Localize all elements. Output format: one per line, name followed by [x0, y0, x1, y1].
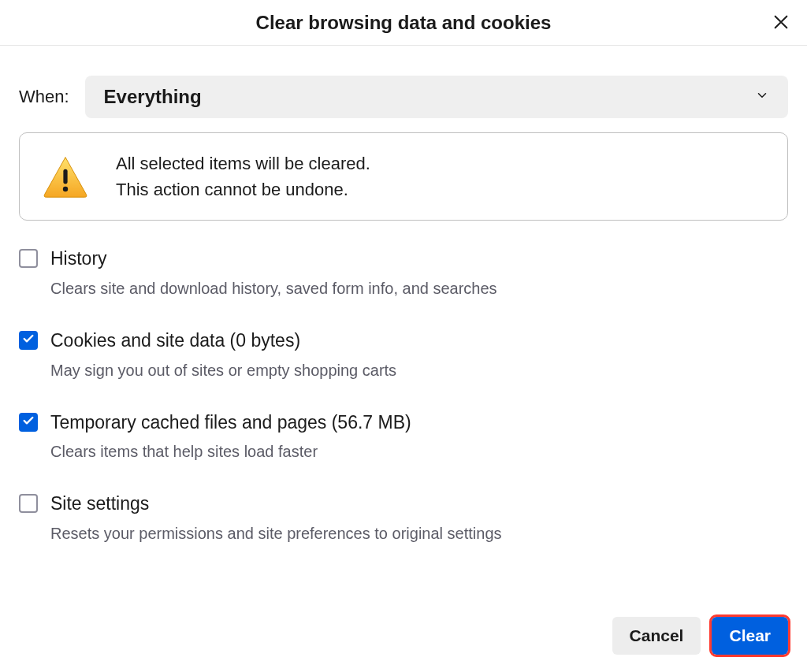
- checkbox-cache[interactable]: [19, 413, 38, 432]
- warning-line-2: This action cannot be undone.: [116, 176, 370, 202]
- option-site-settings: Site settings Resets your permissions an…: [19, 492, 788, 543]
- when-select[interactable]: Everything: [85, 76, 788, 118]
- options-list: History Clears site and download history…: [19, 247, 788, 543]
- dialog-footer: Cancel Clear: [612, 617, 788, 655]
- cancel-button[interactable]: Cancel: [612, 617, 701, 655]
- option-desc: Resets your permissions and site prefere…: [50, 525, 502, 543]
- option-cookies: Cookies and site data (0 bytes) May sign…: [19, 329, 788, 380]
- checkbox-cookies[interactable]: [19, 331, 38, 350]
- svg-point-1: [63, 187, 68, 191]
- chevron-down-icon: [755, 88, 769, 106]
- warning-icon: [42, 153, 89, 200]
- checkbox-site-settings[interactable]: [19, 494, 38, 513]
- close-icon: [772, 13, 790, 33]
- option-label: Cookies and site data (0 bytes): [50, 329, 396, 352]
- checkbox-history[interactable]: [19, 249, 38, 268]
- option-label: History: [50, 247, 497, 270]
- option-cache: Temporary cached files and pages (56.7 M…: [19, 411, 788, 462]
- dialog-header: Clear browsing data and cookies: [0, 0, 807, 46]
- check-icon: [22, 414, 35, 430]
- close-button[interactable]: [768, 9, 794, 36]
- option-desc: May sign you out of sites or empty shopp…: [50, 362, 396, 380]
- dialog-title: Clear browsing data and cookies: [256, 12, 552, 34]
- dialog-body: When: Everything: [0, 76, 807, 543]
- check-icon: [22, 332, 35, 348]
- when-row: When: Everything: [19, 76, 788, 118]
- option-label: Site settings: [50, 492, 502, 515]
- clear-button[interactable]: Clear: [712, 617, 788, 655]
- option-desc: Clears items that help sites load faster: [50, 443, 411, 461]
- warning-text: All selected items will be cleared. This…: [116, 150, 370, 202]
- option-label: Temporary cached files and pages (56.7 M…: [50, 411, 411, 434]
- option-history: History Clears site and download history…: [19, 247, 788, 298]
- clear-data-dialog: Clear browsing data and cookies When: Ev…: [0, 0, 807, 672]
- option-desc: Clears site and download history, saved …: [50, 280, 497, 298]
- when-label: When:: [19, 87, 69, 107]
- svg-rect-0: [63, 169, 67, 184]
- warning-line-1: All selected items will be cleared.: [116, 150, 370, 176]
- when-select-value: Everything: [104, 86, 202, 108]
- warning-box: All selected items will be cleared. This…: [19, 132, 788, 221]
